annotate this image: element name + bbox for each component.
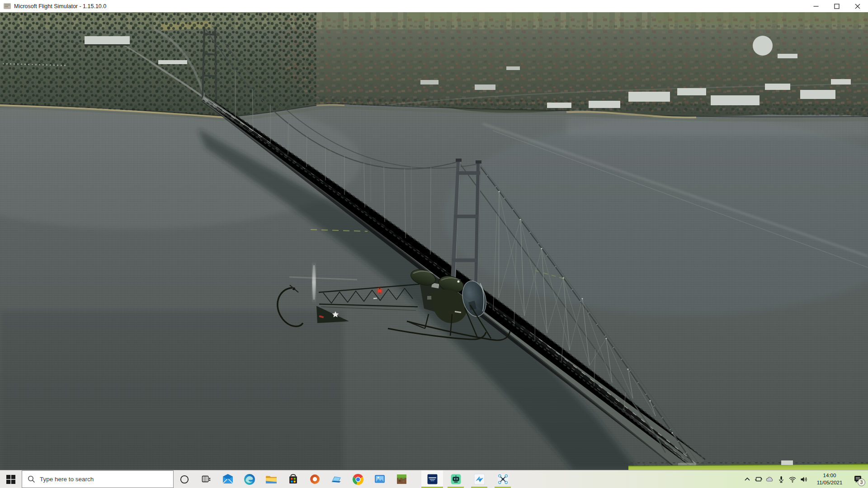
onedrive-cloud-icon — [765, 475, 774, 483]
edge-icon — [244, 474, 255, 485]
computer-icon — [330, 474, 342, 485]
taskbar-app-media[interactable] — [369, 470, 391, 488]
action-center-button[interactable]: 3 — [850, 470, 866, 488]
task-view-button[interactable] — [195, 470, 217, 488]
taskbar-app-microsoft-store[interactable] — [282, 470, 304, 488]
taskbar: 14:00 11/05/2021 3 — [0, 470, 868, 488]
microsoft-store-icon — [288, 474, 299, 485]
mail-icon — [222, 474, 234, 485]
os-desktop: Microsoft Flight Simulator - 1.15.10.0 — [0, 0, 868, 488]
north-shore-land — [0, 12, 868, 120]
taskbar-clock[interactable]: 14:00 11/05/2021 — [809, 472, 850, 486]
taskbar-app-flight-simulator[interactable] — [421, 470, 443, 488]
tray-chevron-button[interactable] — [741, 470, 753, 488]
tray-microphone[interactable] — [775, 470, 787, 488]
flight-simulator-viewport[interactable] — [0, 12, 868, 470]
bird-app-icon — [474, 474, 485, 485]
taskbar-app-minecraft[interactable] — [391, 470, 412, 488]
storage-tank — [753, 36, 773, 56]
microphone-icon — [777, 475, 785, 483]
windows-logo-icon — [6, 474, 16, 484]
taskbar-app-computer[interactable] — [326, 470, 347, 488]
taskbar-app-office[interactable] — [304, 470, 326, 488]
taskbar-search[interactable] — [22, 470, 174, 488]
taskbar-app-chat[interactable] — [445, 470, 467, 488]
close-button[interactable] — [847, 0, 868, 12]
search-input[interactable] — [39, 475, 173, 483]
chat-app-icon — [450, 474, 462, 485]
window-titlebar: Microsoft Flight Simulator - 1.15.10.0 — [0, 0, 868, 12]
taskbar-app-file-explorer[interactable] — [260, 470, 282, 488]
chrome-icon — [352, 474, 364, 485]
office-icon — [309, 474, 321, 485]
maximize-icon — [835, 4, 839, 9]
tray-volume[interactable] — [798, 470, 809, 488]
cortana-button[interactable] — [174, 470, 195, 488]
window-title: Microsoft Flight Simulator - 1.15.10.0 — [14, 3, 806, 9]
taskbar-app-bird[interactable] — [468, 470, 490, 488]
minecraft-icon — [396, 474, 407, 485]
close-icon — [855, 4, 860, 9]
clock-time: 14:00 — [811, 472, 848, 479]
app-window-icon — [4, 3, 11, 9]
notification-badge: 3 — [858, 479, 865, 486]
flight-simulator-icon — [427, 474, 438, 485]
volume-icon — [799, 475, 808, 483]
pinned-apps — [217, 470, 412, 488]
maximize-button[interactable] — [826, 0, 847, 12]
minimize-button[interactable] — [806, 0, 826, 12]
system-tray: 14:00 11/05/2021 3 — [741, 470, 868, 488]
start-button[interactable] — [0, 470, 22, 488]
large-white-building — [85, 36, 130, 44]
tray-onedrive[interactable] — [764, 470, 775, 488]
tray-wifi[interactable] — [787, 470, 798, 488]
drone-app-icon — [497, 474, 509, 485]
running-apps — [421, 470, 515, 488]
sim-scene — [0, 12, 868, 470]
display-cast-icon — [755, 475, 763, 483]
taskbar-app-mail[interactable] — [217, 470, 239, 488]
media-app-icon — [374, 474, 386, 485]
taskbar-app-chrome[interactable] — [347, 470, 369, 488]
cortana-icon — [179, 474, 189, 484]
file-explorer-icon — [265, 474, 277, 485]
wifi-icon — [788, 475, 797, 483]
tray-display-cast[interactable] — [753, 470, 764, 488]
task-view-icon — [202, 475, 211, 483]
chevron-up-icon — [743, 475, 751, 483]
taskbar-app-edge[interactable] — [239, 470, 260, 488]
clock-date: 11/05/2021 — [811, 479, 848, 487]
taskbar-app-drone[interactable] — [492, 470, 514, 488]
woodland — [0, 12, 316, 117]
taskbar-spacer — [515, 470, 741, 488]
beacon-light — [378, 289, 382, 293]
search-icon — [28, 475, 35, 483]
